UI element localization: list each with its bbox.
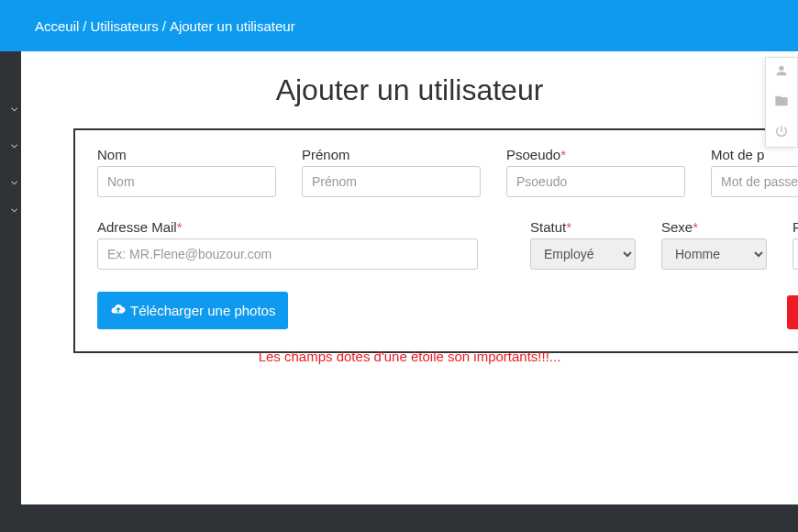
statut-select[interactable]: Employé: [530, 238, 636, 270]
pseudo-input[interactable]: [506, 166, 685, 197]
cancel-button[interactable]: Annuler: [787, 295, 798, 329]
poste-input[interactable]: [792, 238, 798, 270]
mdp-label: Mot de p: [711, 147, 798, 162]
email-label: Adresse Mail*: [97, 219, 478, 235]
poste-label: Pos: [792, 219, 798, 235]
sexe-select[interactable]: Homme: [661, 238, 767, 270]
nom-label: Nom: [97, 147, 276, 162]
breadcrumb-sep: /: [162, 18, 166, 34]
sexe-label: Sexe*: [661, 219, 767, 235]
folder-icon[interactable]: [774, 94, 789, 111]
user-icon[interactable]: [774, 63, 789, 81]
upload-photo-button[interactable]: Télécharger une photos: [97, 292, 288, 329]
sidebar-brand[interactable]: [0, 0, 21, 51]
chevron-down-icon[interactable]: ⌵: [11, 174, 17, 187]
bottom-strip: [0, 504, 798, 532]
breadcrumb: Acceuil / Utilisateurs / Ajouter un util…: [21, 0, 798, 51]
form-footnote: Les champs dotés d'une étoile son import…: [21, 349, 798, 364]
breadcrumb-current: Ajouter un utilisateur: [170, 18, 295, 34]
cloud-upload-icon: [110, 301, 127, 320]
pseudo-label: Psoeudo*: [506, 147, 685, 162]
prenom-input[interactable]: [302, 166, 481, 197]
sidebar: ⌵ ⌵ ⌵ ⌵: [0, 0, 21, 532]
breadcrumb-sep: /: [83, 18, 86, 34]
user-menu-panel: [765, 57, 798, 148]
chevron-down-icon[interactable]: ⌵: [11, 138, 17, 150]
power-icon[interactable]: [774, 124, 789, 141]
nom-input[interactable]: [97, 166, 276, 197]
chevron-down-icon[interactable]: ⌵: [11, 202, 17, 215]
breadcrumb-users[interactable]: Utilisateurs: [91, 18, 159, 34]
breadcrumb-home[interactable]: Acceuil: [35, 18, 79, 34]
email-input[interactable]: [97, 238, 478, 270]
chevron-down-icon[interactable]: ⌵: [11, 101, 17, 114]
statut-label: Statut*: [530, 219, 636, 235]
mdp-input[interactable]: [711, 166, 798, 197]
page-title: Ajouter un utilisateur: [21, 73, 798, 107]
prenom-label: Prénom: [302, 147, 481, 162]
add-user-form: Nom Prénom Psoeudo* Mot de p Adresse Mai…: [73, 128, 798, 353]
